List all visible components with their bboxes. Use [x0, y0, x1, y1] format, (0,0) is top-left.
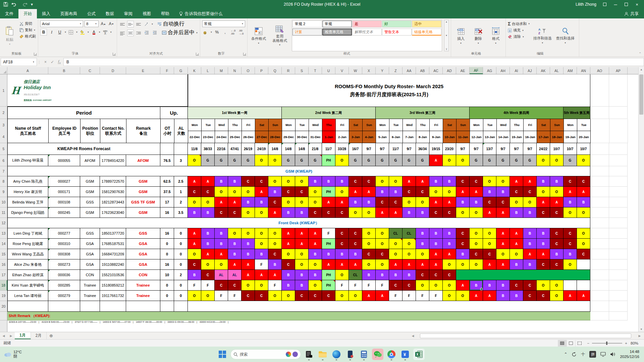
- clipboard-dialog-launcher[interactable]: [34, 53, 37, 56]
- staff-remark[interactable]: GSA: [126, 239, 160, 249]
- shift-cell[interactable]: A: [577, 187, 590, 197]
- shift-cell[interactable]: A: [429, 249, 443, 259]
- shift-cell[interactable]: G: [496, 155, 510, 166]
- shift-cell[interactable]: F: [215, 291, 228, 301]
- shift-cell[interactable]: O: [282, 197, 295, 207]
- format-painter-button[interactable]: 格式刷: [19, 34, 36, 39]
- grid-cell[interactable]: [7, 301, 48, 312]
- shift-cell[interactable]: F: [429, 291, 443, 301]
- shift-cell[interactable]: O: [510, 197, 523, 207]
- shift-cell[interactable]: B: [268, 187, 282, 197]
- shift-cell[interactable]: C: [295, 291, 309, 301]
- column-header-M[interactable]: M: [215, 67, 228, 74]
- shift-cell[interactable]: B: [255, 249, 268, 259]
- shift-cell[interactable]: A: [295, 239, 309, 249]
- column-header-AD[interactable]: AD: [443, 67, 456, 74]
- staff-name[interactable]: Django Peng 彭琨皓: [7, 207, 48, 218]
- shift-cell[interactable]: O: [443, 187, 456, 197]
- new-sheet-button[interactable]: ⊕: [47, 332, 55, 339]
- shift-cell[interactable]: O: [362, 207, 376, 218]
- align-middle-icon[interactable]: [127, 21, 134, 27]
- shift-cell[interactable]: O: [376, 259, 389, 270]
- shift-cell[interactable]: A: [322, 259, 335, 270]
- shift-cell[interactable]: O: [295, 249, 309, 259]
- column-header-C[interactable]: C: [80, 67, 100, 74]
- name-box[interactable]: AF18▼: [1, 58, 37, 66]
- shift-cell[interactable]: F: [402, 291, 416, 301]
- tray-cross-icon[interactable]: 十: [581, 352, 585, 357]
- staff-id[interactable]: 000055: [48, 155, 80, 166]
- autosum-button[interactable]: Σ自动求和▼: [508, 21, 530, 26]
- shift-cell[interactable]: F: [188, 280, 201, 291]
- staff-al[interactable]: 2.5: [174, 176, 188, 187]
- shift-cell[interactable]: A: [188, 239, 201, 249]
- undo-icon[interactable]: ▼: [11, 2, 19, 7]
- tray-display-icon[interactable]: [600, 352, 606, 357]
- shift-cell[interactable]: C: [429, 270, 443, 280]
- shift-cell[interactable]: O: [577, 155, 590, 166]
- shift-cell[interactable]: B: [496, 187, 510, 197]
- shift-cell[interactable]: A: [443, 197, 456, 207]
- shift-cell[interactable]: F: [322, 228, 335, 239]
- horizontal-scrollbar[interactable]: ◀ ▶: [409, 332, 644, 339]
- taskbar-app-wechat[interactable]: [372, 349, 383, 360]
- staff-al[interactable]: 0: [174, 239, 188, 249]
- zoom-slider[interactable]: [592, 343, 622, 344]
- shift-cell[interactable]: G: [282, 155, 295, 166]
- staff-contact[interactable]: 19117661732: [100, 291, 126, 301]
- shift-cell[interactable]: C: [188, 187, 201, 197]
- shift-cell[interactable]: O: [362, 228, 376, 239]
- shift-cell[interactable]: O: [389, 176, 402, 187]
- zoom-in-icon[interactable]: +: [625, 341, 627, 345]
- page-break-view-icon[interactable]: [575, 340, 584, 347]
- shift-cell[interactable]: G: [523, 155, 537, 166]
- row-header-11[interactable]: 11: [0, 207, 7, 218]
- staff-position[interactable]: GSM: [80, 187, 100, 197]
- phonetic-guide-button[interactable]: wén文: [102, 29, 109, 36]
- staff-ot[interactable]: 0: [160, 291, 174, 301]
- shift-cell[interactable]: B: [295, 280, 309, 291]
- shift-cell[interactable]: F: [268, 280, 282, 291]
- staff-contact[interactable]: 17685187531: [100, 239, 126, 249]
- shift-cell[interactable]: G: [564, 155, 577, 166]
- align-right-icon[interactable]: [135, 29, 142, 36]
- staff-remark[interactable]: GSM: [126, 176, 160, 187]
- minimize-button[interactable]: ─: [613, 2, 618, 7]
- shift-cell[interactable]: O: [577, 207, 590, 218]
- shift-cell[interactable]: PH: [322, 187, 335, 197]
- shift-cell[interactable]: B: [443, 239, 456, 249]
- shift-cell[interactable]: B: [402, 207, 416, 218]
- staff-name[interactable]: Alice Zhu 朱春艳: [7, 259, 48, 270]
- styles-gallery-scroll[interactable]: ▲▼⊽: [444, 20, 449, 51]
- shift-cell[interactable]: F: [255, 259, 268, 270]
- shift-cell[interactable]: B: [550, 249, 564, 259]
- shift-cell[interactable]: O: [362, 239, 376, 249]
- shift-cell[interactable]: A: [550, 197, 564, 207]
- shift-cell[interactable]: F: [228, 291, 241, 301]
- staff-al[interactable]: 0: [174, 259, 188, 270]
- row-header-8[interactable]: 8: [0, 176, 7, 187]
- shift-cell[interactable]: O: [309, 187, 322, 197]
- decrease-indent-icon[interactable]: [143, 29, 150, 36]
- insert-function-icon[interactable]: fx: [58, 59, 61, 65]
- shrink-font-button[interactable]: A▼: [108, 20, 115, 27]
- column-header-F[interactable]: F: [160, 67, 174, 74]
- row-header-5[interactable]: 5: [0, 143, 7, 155]
- column-header-AN[interactable]: AN: [577, 67, 590, 74]
- shift-cell[interactable]: A: [309, 228, 322, 239]
- shift-cell[interactable]: C: [349, 239, 362, 249]
- staff-contact[interactable]: 19110882240: [100, 259, 126, 270]
- staff-name[interactable]: Rose Peng 彭晓露: [7, 239, 48, 249]
- shift-cell[interactable]: B: [496, 280, 510, 291]
- shift-cell[interactable]: O: [564, 259, 577, 270]
- shift-cell[interactable]: O: [201, 291, 215, 301]
- shift-cell[interactable]: B: [510, 259, 523, 270]
- shift-cell[interactable]: A: [215, 197, 228, 207]
- shift-cell[interactable]: B: [295, 270, 309, 280]
- shift-cell[interactable]: O: [228, 187, 241, 197]
- staff-al[interactable]: 3: [174, 155, 188, 166]
- shift-cell[interactable]: A: [443, 249, 456, 259]
- shift-cell[interactable]: C: [550, 207, 564, 218]
- row-header-[interactable]: [0, 312, 7, 320]
- shift-cell[interactable]: B: [537, 239, 550, 249]
